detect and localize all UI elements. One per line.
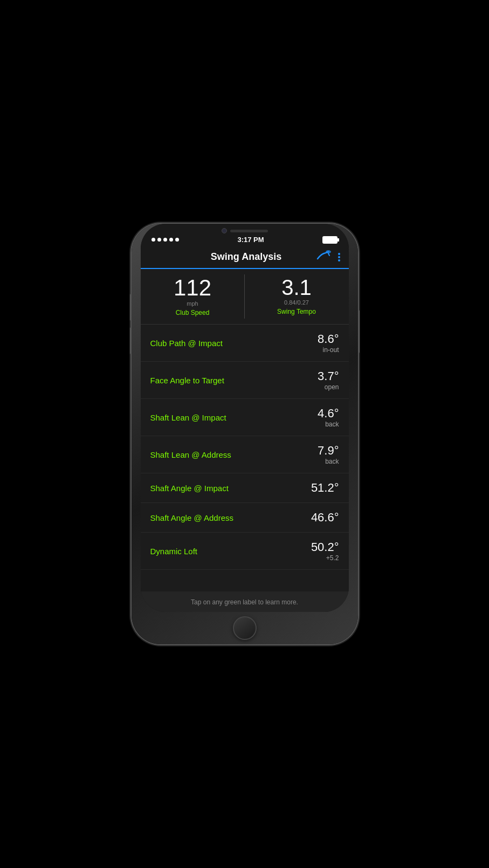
- metric-value-main: 46.6°: [311, 511, 339, 525]
- metric-value-sub: in-out: [318, 346, 339, 354]
- metric-label: Shaft Angle @ Address: [150, 513, 234, 522]
- swing-tempo-stat: 3.1 0.84/0.27 Swing Tempo: [245, 269, 349, 324]
- speaker: [230, 230, 268, 232]
- club-speed-unit: mph: [147, 300, 238, 307]
- footer-text: Tap on any green label to learn more.: [191, 598, 298, 606]
- volume-down-button: [130, 327, 132, 354]
- app-header: Swing Analysis: [141, 246, 349, 269]
- phone-frame: 3:17 PM Swing Analysis: [132, 224, 358, 644]
- top-stats: 112 mph Club Speed 3.1 0.84/0.27 Swing T…: [141, 269, 349, 325]
- metric-value-sub: back: [318, 458, 339, 465]
- home-button[interactable]: [233, 616, 257, 640]
- metric-value: 46.6°: [311, 511, 339, 525]
- header-icons: [316, 250, 340, 264]
- metrics-list: Club Path @ Impact 8.6° in-out Face Angl…: [141, 325, 349, 591]
- status-bar: 3:17 PM: [141, 233, 349, 246]
- metric-value-main: 7.9°: [318, 444, 339, 458]
- golf-club-icon[interactable]: [316, 250, 332, 264]
- battery-indicator: [322, 236, 338, 244]
- metric-label: Face Angle to Target: [150, 376, 224, 385]
- swing-tempo-sub: 0.84/0.27: [251, 299, 342, 306]
- notch: [141, 224, 349, 233]
- metric-label: Shaft Lean @ Impact: [150, 413, 226, 422]
- metric-value-sub: +5.2: [311, 554, 339, 562]
- metric-label: Club Path @ Impact: [150, 339, 223, 348]
- metric-value: 50.2° +5.2: [311, 540, 339, 562]
- page-title: Swing Analysis: [176, 251, 316, 263]
- metric-row[interactable]: Shaft Lean @ Impact 4.6° back: [141, 399, 349, 436]
- front-camera: [222, 228, 227, 233]
- metric-label: Shaft Angle @ Impact: [150, 484, 229, 493]
- metric-value-main: 3.7°: [318, 369, 339, 383]
- footer-hint: Tap on any green label to learn more.: [141, 591, 349, 612]
- metric-row[interactable]: Shaft Angle @ Impact 51.2°: [141, 473, 349, 503]
- metric-value-main: 4.6°: [318, 407, 339, 421]
- metric-value-main: 8.6°: [318, 332, 339, 346]
- metric-value-sub: open: [318, 383, 339, 391]
- club-speed-value: 112: [147, 277, 238, 299]
- metric-value: 7.9° back: [318, 444, 339, 465]
- metric-row[interactable]: Dynamic Loft 50.2° +5.2: [141, 533, 349, 570]
- swing-tempo-value: 3.1: [251, 277, 342, 298]
- signal-indicator: [151, 238, 179, 242]
- metric-label: Dynamic Loft: [150, 547, 198, 556]
- metric-value: 4.6° back: [318, 407, 339, 428]
- phone-screen: 3:17 PM Swing Analysis: [141, 224, 349, 612]
- metric-value-main: 51.2°: [311, 481, 339, 495]
- metric-value-main: 50.2°: [311, 540, 339, 554]
- status-time: 3:17 PM: [237, 236, 264, 244]
- home-button-area: [132, 612, 358, 644]
- swing-tempo-label: Swing Tempo: [251, 308, 342, 315]
- metric-value: 51.2°: [311, 481, 339, 495]
- club-speed-label: Club Speed: [147, 309, 238, 316]
- metric-value-sub: back: [318, 421, 339, 428]
- metric-row[interactable]: Shaft Angle @ Address 46.6°: [141, 503, 349, 533]
- power-button: [358, 310, 360, 353]
- volume-up-button: [130, 294, 132, 321]
- metric-row[interactable]: Shaft Lean @ Address 7.9° back: [141, 436, 349, 473]
- metric-row[interactable]: Club Path @ Impact 8.6° in-out: [141, 325, 349, 362]
- club-speed-stat: 112 mph Club Speed: [141, 269, 245, 324]
- metric-value: 3.7° open: [318, 369, 339, 391]
- metric-row[interactable]: Face Angle to Target 3.7° open: [141, 362, 349, 399]
- more-menu-button[interactable]: [338, 253, 340, 261]
- metric-value: 8.6° in-out: [318, 332, 339, 354]
- metric-label: Shaft Lean @ Address: [150, 450, 231, 459]
